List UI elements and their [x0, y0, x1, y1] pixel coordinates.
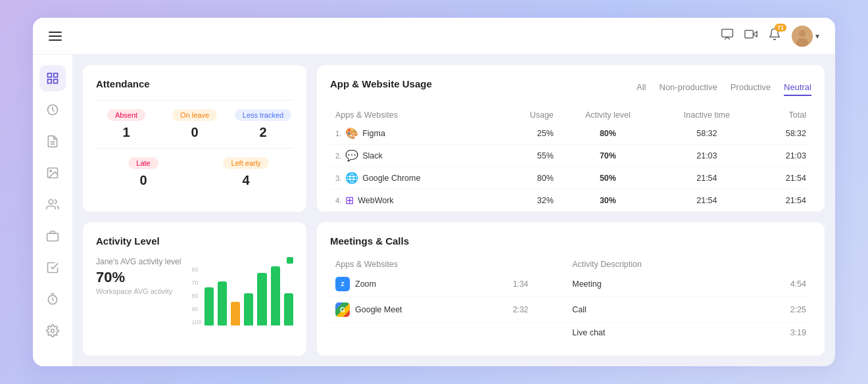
- sidebar-item-team[interactable]: [39, 191, 66, 218]
- meetings-col-time: [750, 257, 811, 272]
- svg-rect-16: [47, 233, 59, 241]
- bar-3: [231, 302, 240, 325]
- svg-rect-0: [722, 30, 733, 37]
- on-leave-badge: On leave: [172, 109, 217, 121]
- notification-badge: 71: [775, 24, 786, 32]
- meeting-desc: Meeting: [567, 272, 750, 297]
- svg-marker-1: [753, 32, 757, 37]
- app-name-cell: 1. 🎨 Figma: [330, 122, 498, 145]
- menu-button[interactable]: [49, 32, 62, 41]
- app-inactive: 21:54: [657, 212, 757, 212]
- tab-all[interactable]: All: [637, 82, 646, 96]
- sidebar-item-notes[interactable]: [39, 128, 66, 155]
- sidebar-item-briefcase[interactable]: [39, 223, 66, 249]
- app-total: 21:54: [757, 167, 811, 189]
- app-name-cell: 5. 📁 Files: [330, 212, 498, 212]
- app-total: 58:32: [757, 122, 811, 145]
- y-label: 100: [191, 319, 201, 325]
- left-early-value: 4: [199, 173, 293, 188]
- meetings-card: Meetings & Calls Apps & Websites Activit…: [317, 222, 825, 356]
- activity-card-inner: Jane's AVG activity level 70% Workspace …: [96, 257, 293, 325]
- bar-4: [244, 293, 253, 325]
- tab-neutral[interactable]: Neutral: [784, 82, 811, 96]
- app-activity: 70%: [559, 145, 657, 167]
- app-usage: 80%: [498, 212, 559, 212]
- sidebar: [33, 55, 72, 366]
- main-container: 71 ▾: [33, 18, 835, 366]
- usage-tabs: All Non-productive Productive Neutral: [637, 82, 811, 96]
- tab-productive[interactable]: Productive: [731, 82, 771, 96]
- y-label: 90: [191, 306, 201, 312]
- meetings-col-empty: [508, 257, 567, 272]
- chat-icon[interactable]: [721, 28, 734, 44]
- meeting-usage: 2:32: [508, 297, 567, 323]
- sidebar-item-settings[interactable]: [39, 318, 66, 344]
- activity-user-label: Jane's AVG activity level: [96, 257, 181, 266]
- attendance-title: Attendance: [96, 78, 293, 89]
- slack-icon: 💬: [345, 149, 358, 162]
- meeting-desc-time: 4:54: [750, 272, 811, 297]
- user-avatar-button[interactable]: ▾: [792, 26, 819, 47]
- webwork-icon: ⊞: [345, 194, 354, 206]
- col-inactive: Inactive time: [657, 108, 757, 122]
- usage-title: App & Website Usage: [330, 78, 432, 89]
- y-label: 80: [191, 293, 201, 299]
- meeting-usage: 1:34: [508, 272, 567, 297]
- sidebar-item-timer[interactable]: [39, 286, 66, 312]
- tab-nonproductive[interactable]: Non-productive: [660, 82, 717, 96]
- app-activity: 30%: [559, 212, 657, 212]
- legend-dot-green: [287, 257, 293, 264]
- activity-level-card: Activity Level Jane's AVG activity level…: [83, 222, 306, 356]
- app-name: Zoom: [355, 279, 376, 289]
- meetings-table: Apps & Websites Activity Description Z Z: [330, 257, 811, 343]
- attendance-less-tracked: Less tracked 2: [233, 108, 293, 140]
- table-row: 2. 💬 Slack 55% 70% 21:03 21:03: [330, 145, 811, 167]
- attendance-left-early: Left early 4: [199, 156, 293, 188]
- figma-icon: 🎨: [345, 127, 358, 139]
- col-activity: Activity level: [559, 108, 657, 122]
- table-row: Z Zoom 1:34 Meeting 4:54: [330, 272, 811, 297]
- chrome-icon: 🌐: [345, 172, 358, 184]
- app-name: Google Meet: [355, 305, 402, 314]
- y-label: 70: [191, 279, 201, 286]
- app-name-cell: 2. 💬 Slack: [330, 145, 498, 167]
- chart-container: 100 90 80 70 60: [191, 266, 293, 325]
- activity-user-pct: 70%: [96, 269, 181, 286]
- less-tracked-badge: Less tracked: [235, 109, 291, 121]
- late-badge: Late: [128, 157, 158, 169]
- sidebar-item-clock[interactable]: [39, 97, 66, 123]
- chart-bars: [205, 266, 294, 325]
- table-row: 5. 📁 Files 80% 30% 21:54 21:54: [330, 212, 811, 212]
- svg-rect-2: [745, 30, 754, 38]
- app-inactive: 58:32: [657, 122, 757, 145]
- meetings-col-desc: Activity Description: [567, 257, 750, 272]
- svg-point-14: [50, 170, 52, 172]
- bell-icon[interactable]: 71: [768, 28, 781, 44]
- app-name-cell: 4. ⊞ WebWork: [330, 189, 498, 212]
- chart-y-labels: 100 90 80 70 60: [191, 266, 201, 325]
- bar-5: [257, 273, 266, 325]
- app-usage: 55%: [498, 145, 559, 167]
- meeting-app-cell: G Google Meet: [330, 297, 508, 323]
- main-content: Attendance Absent 1 On leave 0 Less trac…: [72, 55, 835, 366]
- attendance-row2: Late 0 Left early 4: [96, 156, 293, 188]
- video-icon[interactable]: [744, 28, 758, 44]
- topbar-right: 71 ▾: [721, 26, 819, 47]
- svg-point-19: [51, 329, 55, 333]
- app-inactive: 21:54: [657, 189, 757, 212]
- sidebar-item-image[interactable]: [39, 160, 66, 186]
- less-tracked-value: 2: [233, 125, 293, 140]
- activity-level-title: Activity Level: [96, 235, 293, 247]
- attendance-on-leave: On leave 0: [164, 108, 225, 140]
- chart-legend: [191, 257, 293, 264]
- avatar: [792, 26, 813, 47]
- content-area: Attendance Absent 1 On leave 0 Less trac…: [33, 55, 835, 366]
- sidebar-item-dashboard[interactable]: [39, 65, 66, 91]
- sidebar-item-tasks[interactable]: [39, 254, 66, 281]
- meeting-desc: Call: [567, 297, 750, 323]
- usage-header: App & Website Usage All Non-productive P…: [330, 78, 811, 100]
- bar-7: [284, 293, 293, 325]
- app-usage: 80%: [498, 167, 559, 189]
- app-activity: 80%: [559, 122, 657, 145]
- table-row: 3. 🌐 Google Chrome 80% 50% 21:54 21:54: [330, 167, 811, 189]
